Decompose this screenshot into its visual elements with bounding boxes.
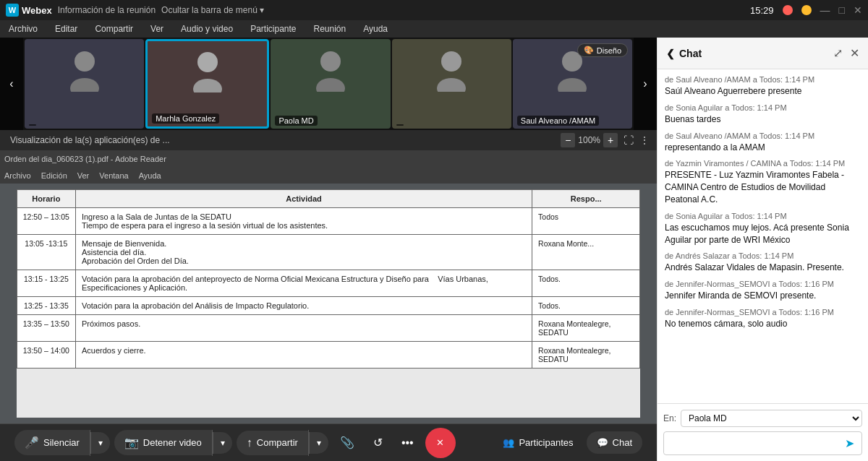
cell-resp-6: Roxana Montealegre, SEDATU xyxy=(532,342,640,369)
chat-input-row: ➤ xyxy=(663,431,862,455)
chat-message-7: de Jennifer-Normas_SEMOVI a Todos: 1:16 … xyxy=(665,280,861,302)
video-tiles: Marhla Gonzalez Paola MD xyxy=(23,38,634,130)
silenciar-dropdown[interactable]: ▾ xyxy=(90,432,110,454)
more-btn[interactable]: ••• xyxy=(394,431,421,455)
compartir-btn[interactable]: ↑ Compartir xyxy=(237,431,308,455)
zoom-level: 100% xyxy=(578,135,600,145)
menu-reunion[interactable]: Reunión xyxy=(311,22,349,35)
menu-audio-video[interactable]: Audio y video xyxy=(178,22,236,35)
pdf-menu-ver[interactable]: Ver xyxy=(77,171,90,180)
msg-meta-4: de Yazmin Viramontes / CAMINA a Todos: 1… xyxy=(665,159,861,168)
next-arrow[interactable]: › xyxy=(634,38,657,130)
chat-send-btn[interactable]: ➤ xyxy=(838,432,861,454)
menu-archivo[interactable]: Archivo xyxy=(6,22,41,35)
menu-participante[interactable]: Participante xyxy=(247,22,299,35)
chat-messages: de Saul Alveano /AMAM a Todos: 1:14 PM S… xyxy=(658,69,868,403)
video-tile-1[interactable] xyxy=(25,39,144,129)
msg-meta-8: de Jennifer-Normas_SEMOVI a Todos: 1:16 … xyxy=(665,308,861,316)
table-row: 13:50 – 14:00 Acuerdos y cierre. Roxana … xyxy=(17,342,640,369)
cell-activity-6: Acuerdos y cierre. xyxy=(75,342,532,369)
chat-message-4: de Yazmin Viramontes / CAMINA a Todos: 1… xyxy=(665,159,861,205)
svg-point-6 xyxy=(441,51,461,72)
attachment-btn[interactable]: 📎 xyxy=(333,430,362,455)
cell-resp-5: Roxana Montealegre, SEDATU xyxy=(532,315,640,342)
compartir-dropdown[interactable]: ▾ xyxy=(309,432,328,454)
prev-arrow[interactable]: ‹ xyxy=(0,38,23,130)
reaction-btn[interactable]: ↺ xyxy=(366,430,390,455)
table-row: 12:50 – 13:05 Ingreso a la Sala de Junta… xyxy=(17,208,640,235)
table-row: 13:35 – 13:50 Próximos pasos. Roxana Mon… xyxy=(17,315,640,342)
video-dropdown[interactable]: ▾ xyxy=(213,432,232,454)
video-tile-2[interactable]: Marhla Gonzalez xyxy=(145,39,269,129)
menu-editar[interactable]: Editar xyxy=(52,22,80,35)
svg-point-3 xyxy=(193,79,222,92)
msg-text-2: Buenas tardes xyxy=(665,113,861,126)
zoom-in-btn[interactable]: + xyxy=(603,133,618,147)
table-row: 13:15 - 13:25 Votación para la aprobació… xyxy=(17,270,640,297)
pdf-menu-ventana[interactable]: Ventana xyxy=(99,171,128,180)
msg-text-3: representando a la AMAM xyxy=(665,142,861,154)
agenda-table: Horario Actividad Respo... 12:50 – 13:05… xyxy=(17,189,641,369)
video-area: ‹ xyxy=(0,38,657,461)
msg-text-4: PRESENTE - Luz Yazmin Viramontes Fabela … xyxy=(665,169,861,205)
msg-meta-3: de Saul Alveano /AMAM a Todos: 1:14 PM xyxy=(665,132,861,140)
cell-resp-2: Roxana Monte... xyxy=(532,235,640,270)
close-btn[interactable]: ✕ xyxy=(854,4,862,16)
toolbar-right-group: 👥 Participantes 💬 Chat xyxy=(494,431,642,454)
chat-recipient-select[interactable]: Paola MD Todos xyxy=(681,410,862,427)
title-bar-right: 15:29 — □ ✕ xyxy=(750,4,862,16)
video-tile-3[interactable]: Paola MD xyxy=(271,39,390,129)
svg-point-9 xyxy=(558,78,587,92)
viewer-toolbar-right: − 100% + ⛶ ⋮ xyxy=(561,133,650,147)
title-bar: W Webex Información de la reunión Oculta… xyxy=(0,0,868,20)
meeting-info-link[interactable]: Información de la reunión xyxy=(58,5,156,15)
cell-activity-1: Ingreso a la Sala de Juntas de la SEDATU… xyxy=(75,208,532,235)
zoom-control: − 100% + xyxy=(561,133,618,147)
share-icon: ↑ xyxy=(247,436,252,449)
video-group: 📷 Detener video ▾ xyxy=(114,430,232,456)
traffic-yellow[interactable] xyxy=(801,5,812,15)
pdf-menu-ayuda[interactable]: Ayuda xyxy=(139,171,161,180)
avatar-1 xyxy=(25,39,144,102)
participantes-btn[interactable]: 👥 Participantes xyxy=(494,431,582,454)
chat-btn[interactable]: 💬 Chat xyxy=(587,431,642,454)
msg-meta-7: de Jennifer-Normas_SEMOVI a Todos: 1:16 … xyxy=(665,280,861,288)
popout-icon[interactable]: ⤢ xyxy=(833,46,843,60)
chat-panel: ❮ Chat ⤢ ✕ de Saul Alveano /AMAM a Todos… xyxy=(657,38,868,461)
webex-app-name: Webex xyxy=(22,5,52,16)
pdf-menu-arquivo[interactable]: Archivo xyxy=(4,171,31,180)
hide-menu-btn[interactable]: Ocultar la barra de menú ▾ xyxy=(161,5,264,15)
menu-compartir[interactable]: Compartir xyxy=(92,22,136,35)
video-tile-4[interactable] xyxy=(392,39,511,129)
pdf-menu-edicion[interactable]: Edición xyxy=(41,171,67,180)
cell-time-1: 12:50 – 13:05 xyxy=(17,208,75,235)
collapse-chat-icon[interactable]: ❮ xyxy=(666,48,675,59)
zoom-out-btn[interactable]: − xyxy=(561,133,575,147)
webex-logo-icon: W xyxy=(6,4,19,17)
video-tile-5[interactable]: Saul Alveano /AMAM 🎨 Diseño xyxy=(513,39,632,129)
silenciar-group: 🎤 Silenciar ▾ xyxy=(14,430,110,456)
chat-title: Chat xyxy=(679,48,702,59)
avatar-4 xyxy=(392,39,511,102)
minimize-btn[interactable]: — xyxy=(820,4,830,16)
pdf-inner-bar: Orden del dia_060623 (1).pdf - Adobe Rea… xyxy=(0,150,657,168)
menu-ver[interactable]: Ver xyxy=(148,22,166,35)
chat-text-input[interactable] xyxy=(664,434,838,453)
detener-video-btn[interactable]: 📷 Detener video xyxy=(114,430,212,455)
silenciar-btn[interactable]: 🎤 Silenciar xyxy=(14,430,90,455)
fullscreen-icon[interactable]: ⛶ xyxy=(624,134,634,146)
cell-time-3: 13:15 - 13:25 xyxy=(17,270,75,297)
table-row: 13:25 - 13:35 Votación para la aprobació… xyxy=(17,297,640,315)
chat-to-row: En: Paola MD Todos xyxy=(663,410,862,427)
end-call-btn[interactable]: ✕ xyxy=(425,428,456,458)
maximize-btn[interactable]: □ xyxy=(839,4,845,16)
traffic-red[interactable] xyxy=(783,5,793,15)
tile-label-3: Paola MD xyxy=(275,116,317,126)
end-call-icon: ✕ xyxy=(436,437,444,448)
svg-point-1 xyxy=(70,78,99,92)
close-chat-icon[interactable]: ✕ xyxy=(850,46,859,60)
camera-icon: 📷 xyxy=(124,436,139,449)
viewer-options-icon[interactable]: ⋮ xyxy=(639,134,650,146)
menu-ayuda[interactable]: Ayuda xyxy=(360,22,391,35)
table-row: 13:05 -13:15 Mensaje de Bienvenida.Asist… xyxy=(17,235,640,270)
